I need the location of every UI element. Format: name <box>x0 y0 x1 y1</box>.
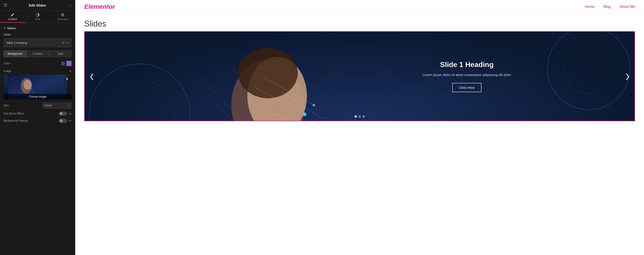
top-nav: Elementor Home Blog About Me <box>75 0 644 14</box>
sub-tab-background[interactable]: Background <box>4 50 26 57</box>
panel-tabs: Content Style Advanced <box>0 11 75 23</box>
slider-prev-button[interactable]: ❮ <box>87 71 96 82</box>
color-label: Color <box>4 62 10 65</box>
size-row: Size Cover Contain Auto ▼ <box>4 103 72 108</box>
color-swatch[interactable] <box>66 61 72 66</box>
size-select-wrap: Cover Contain Auto ▼ <box>42 103 72 108</box>
duplicate-icon[interactable]: ⧉ <box>62 41 64 45</box>
slide-heading: Slide 1 Heading <box>343 61 590 69</box>
bg-overlay-knob <box>60 119 63 122</box>
gear-icon <box>61 13 65 17</box>
sub-tab-content[interactable]: Content <box>26 50 49 57</box>
image-label: Image <box>4 70 11 73</box>
choose-image-label[interactable]: Choose Image <box>4 94 72 99</box>
nav-about[interactable]: About Me <box>620 5 635 9</box>
hamburger-icon[interactable]: ☰ <box>4 3 7 8</box>
ken-burns-row: Ken Burns Effect No <box>4 112 72 116</box>
left-panel: ☰ Edit Slides ⋯ Content Style Advanced <box>0 0 75 255</box>
sub-tab-style[interactable]: Style <box>49 50 72 57</box>
ken-burns-toggle-wrap: No <box>59 112 72 116</box>
panel-title: Edit Slides <box>7 3 68 7</box>
svg-point-39 <box>303 112 306 116</box>
slide-item-actions: ⧉ ✕ <box>62 41 69 45</box>
bg-overlay-row: Background Overlay No <box>4 119 72 123</box>
ken-burns-toggle-label: No <box>68 112 72 115</box>
panel-content: ▼ Slides Slides Slide 1 Heading ⧉ ✕ Back… <box>0 23 75 130</box>
svg-point-32 <box>238 48 298 98</box>
nav-home[interactable]: Home <box>585 5 594 9</box>
svg-point-10 <box>29 88 30 89</box>
globe-icon[interactable]: 🌐 <box>61 62 65 65</box>
slider-next-button[interactable]: ❯ <box>623 71 632 82</box>
bg-overlay-label: Background Overlay <box>4 119 28 122</box>
svg-point-41 <box>312 104 315 106</box>
slider-dot-1[interactable] <box>354 115 357 118</box>
site-logo: Elementor <box>84 3 115 10</box>
tab-style-label: Style <box>35 18 40 21</box>
style-icon <box>36 13 40 17</box>
slider-dots <box>354 115 365 118</box>
magic-icon[interactable]: ✦ <box>69 69 72 73</box>
slides-label: Slides <box>4 33 72 36</box>
ken-burns-knob <box>60 112 63 115</box>
main-area: ‹ Elementor Home Blog About Me Slides <box>75 0 644 255</box>
panel-header: ☰ Edit Slides ⋯ <box>0 0 75 11</box>
slide-item: Slide 1 Heading ⧉ ✕ <box>4 39 72 47</box>
section-title: Slides <box>7 27 16 30</box>
slider-dot-2[interactable] <box>358 115 361 118</box>
pencil-icon <box>10 13 14 17</box>
slider-dot-3[interactable] <box>363 115 365 118</box>
image-delete-icon[interactable]: 🗑 <box>64 77 70 81</box>
tab-content[interactable]: Content <box>0 11 25 23</box>
size-select[interactable]: Cover Contain Auto <box>42 103 72 108</box>
section-arrow: ▼ <box>4 27 6 30</box>
image-picker[interactable]: 🗑 Choose Image <box>4 75 72 99</box>
slider-content: Slide 1 Heading Lorem ipsum dolor sit am… <box>343 61 590 92</box>
color-controls: 🌐 <box>61 61 72 66</box>
slide-subtext: Lorem ipsum dolor sit amet consectetur a… <box>343 72 590 78</box>
image-row: Image ✦ <box>4 69 72 73</box>
ken-burns-label: Ken Burns Effect <box>4 112 24 115</box>
slide-cta-button[interactable]: Click Here <box>452 83 481 92</box>
page-content: Slides <box>75 14 644 121</box>
page-title: Slides <box>84 19 635 29</box>
tab-content-label: Content <box>8 18 17 21</box>
nav-blog[interactable]: Blog <box>603 5 610 9</box>
grid-icon[interactable]: ⋯ <box>68 3 72 8</box>
bg-overlay-toggle-label: No <box>68 119 72 122</box>
sub-tabs: Background Content Style <box>4 50 72 57</box>
tab-style[interactable]: Style <box>25 11 50 23</box>
ken-burns-toggle[interactable] <box>59 112 67 116</box>
bg-overlay-toggle[interactable] <box>59 119 67 123</box>
bg-overlay-toggle-wrap: No <box>59 119 72 123</box>
size-label: Size <box>4 104 9 107</box>
svg-point-11 <box>33 91 34 92</box>
color-row: Color 🌐 <box>4 61 72 66</box>
slider-widget: Slide 1 Heading Lorem ipsum dolor sit am… <box>84 31 635 121</box>
tab-advanced-label: Advanced <box>57 18 68 21</box>
delete-icon[interactable]: ✕ <box>66 41 69 45</box>
nav-links: Home Blog About Me <box>585 5 635 9</box>
tab-advanced[interactable]: Advanced <box>50 11 75 23</box>
section-header: ▼ Slides <box>4 27 72 30</box>
slide-item-name: Slide 1 Heading <box>6 41 27 45</box>
